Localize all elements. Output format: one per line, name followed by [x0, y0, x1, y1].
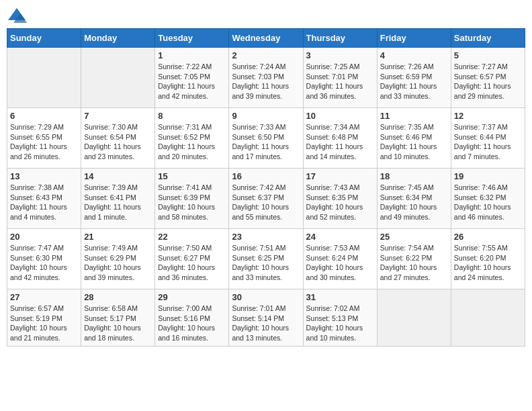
calendar-cell: 17Sunrise: 7:43 AMSunset: 6:35 PMDayligh… [303, 169, 377, 229]
day-info: Sunrise: 7:53 AMSunset: 6:24 PMDaylight:… [306, 243, 374, 283]
day-info: Sunrise: 7:30 AMSunset: 6:54 PMDaylight:… [84, 122, 152, 162]
day-of-week-header: Saturday [451, 29, 525, 48]
day-number: 17 [306, 171, 374, 181]
calendar-cell [451, 289, 525, 347]
day-info: Sunrise: 7:41 AMSunset: 6:39 PMDaylight:… [158, 183, 226, 222]
day-number: 16 [232, 171, 300, 181]
calendar-cell [81, 48, 155, 108]
calendar-cell: 22Sunrise: 7:50 AMSunset: 6:27 PMDayligh… [155, 229, 229, 289]
calendar-table: SundayMondayTuesdayWednesdayThursdayFrid… [7, 28, 525, 347]
calendar-cell: 25Sunrise: 7:54 AMSunset: 6:22 PMDayligh… [377, 229, 451, 289]
day-number: 31 [306, 292, 374, 302]
calendar-cell: 21Sunrise: 7:49 AMSunset: 6:29 PMDayligh… [81, 229, 155, 289]
day-number: 2 [232, 50, 300, 60]
day-number: 24 [306, 232, 374, 242]
day-number: 8 [158, 111, 226, 121]
day-number: 12 [454, 111, 522, 121]
day-number: 20 [10, 232, 78, 242]
calendar-cell: 12Sunrise: 7:37 AMSunset: 6:44 PMDayligh… [451, 108, 525, 169]
day-info: Sunrise: 7:50 AMSunset: 6:27 PMDaylight:… [158, 243, 226, 283]
day-number: 6 [10, 111, 78, 121]
day-info: Sunrise: 7:01 AMSunset: 5:14 PMDaylight:… [232, 304, 300, 343]
calendar-cell: 27Sunrise: 6:57 AMSunset: 5:19 PMDayligh… [7, 289, 81, 347]
calendar-cell: 8Sunrise: 7:31 AMSunset: 6:52 PMDaylight… [155, 108, 229, 169]
day-number: 3 [306, 50, 374, 60]
calendar-cell: 30Sunrise: 7:01 AMSunset: 5:14 PMDayligh… [229, 289, 303, 347]
day-info: Sunrise: 7:34 AMSunset: 6:48 PMDaylight:… [306, 122, 374, 162]
day-number: 14 [84, 171, 152, 181]
day-number: 29 [158, 292, 226, 302]
day-info: Sunrise: 7:45 AMSunset: 6:34 PMDaylight:… [380, 183, 448, 222]
day-number: 7 [84, 111, 152, 121]
day-number: 22 [158, 232, 226, 242]
calendar-cell: 10Sunrise: 7:34 AMSunset: 6:48 PMDayligh… [303, 108, 377, 169]
day-number: 19 [454, 171, 522, 181]
day-number: 5 [454, 50, 522, 60]
calendar-cell: 29Sunrise: 7:00 AMSunset: 5:16 PMDayligh… [155, 289, 229, 347]
day-info: Sunrise: 7:46 AMSunset: 6:32 PMDaylight:… [454, 183, 522, 222]
day-number: 13 [10, 171, 78, 181]
day-number: 27 [10, 292, 78, 302]
day-number: 4 [380, 50, 448, 60]
day-info: Sunrise: 6:57 AMSunset: 5:19 PMDaylight:… [10, 304, 78, 343]
day-number: 18 [380, 171, 448, 181]
day-of-week-header: Thursday [303, 29, 377, 48]
calendar-cell: 2Sunrise: 7:24 AMSunset: 7:03 PMDaylight… [229, 48, 303, 108]
day-info: Sunrise: 7:42 AMSunset: 6:37 PMDaylight:… [232, 183, 300, 222]
calendar-cell: 31Sunrise: 7:02 AMSunset: 5:13 PMDayligh… [303, 289, 377, 347]
day-info: Sunrise: 7:00 AMSunset: 5:16 PMDaylight:… [158, 304, 226, 343]
calendar-cell: 15Sunrise: 7:41 AMSunset: 6:39 PMDayligh… [155, 169, 229, 229]
day-info: Sunrise: 7:54 AMSunset: 6:22 PMDaylight:… [380, 243, 448, 283]
day-number: 21 [84, 232, 152, 242]
day-info: Sunrise: 7:35 AMSunset: 6:46 PMDaylight:… [380, 122, 448, 162]
calendar-cell: 9Sunrise: 7:33 AMSunset: 6:50 PMDaylight… [229, 108, 303, 169]
day-of-week-header: Friday [377, 29, 451, 48]
day-of-week-header: Wednesday [229, 29, 303, 48]
day-number: 1 [158, 50, 226, 60]
calendar-cell: 14Sunrise: 7:39 AMSunset: 6:41 PMDayligh… [81, 169, 155, 229]
day-info: Sunrise: 7:25 AMSunset: 7:01 PMDaylight:… [306, 62, 374, 101]
day-number: 9 [232, 111, 300, 121]
day-info: Sunrise: 7:31 AMSunset: 6:52 PMDaylight:… [158, 122, 226, 162]
day-info: Sunrise: 7:29 AMSunset: 6:55 PMDaylight:… [10, 122, 78, 162]
day-number: 11 [380, 111, 448, 121]
calendar-cell [377, 289, 451, 347]
calendar-cell [7, 48, 81, 108]
day-number: 10 [306, 111, 374, 121]
day-of-week-header: Monday [81, 29, 155, 48]
day-info: Sunrise: 7:38 AMSunset: 6:43 PMDaylight:… [10, 183, 78, 222]
logo [7, 7, 30, 23]
day-of-week-header: Sunday [7, 29, 81, 48]
day-number: 25 [380, 232, 448, 242]
day-number: 28 [84, 292, 152, 302]
calendar-cell: 13Sunrise: 7:38 AMSunset: 6:43 PMDayligh… [7, 169, 81, 229]
day-info: Sunrise: 7:49 AMSunset: 6:29 PMDaylight:… [84, 243, 152, 283]
calendar-cell: 4Sunrise: 7:26 AMSunset: 6:59 PMDaylight… [377, 48, 451, 108]
day-of-week-header: Tuesday [155, 29, 229, 48]
day-number: 15 [158, 171, 226, 181]
day-info: Sunrise: 7:37 AMSunset: 6:44 PMDaylight:… [454, 122, 522, 162]
calendar-cell: 11Sunrise: 7:35 AMSunset: 6:46 PMDayligh… [377, 108, 451, 169]
day-info: Sunrise: 7:22 AMSunset: 7:05 PMDaylight:… [158, 62, 226, 101]
day-info: Sunrise: 7:47 AMSunset: 6:30 PMDaylight:… [10, 243, 78, 283]
calendar-cell: 1Sunrise: 7:22 AMSunset: 7:05 PMDaylight… [155, 48, 229, 108]
day-info: Sunrise: 6:58 AMSunset: 5:17 PMDaylight:… [84, 304, 152, 343]
day-info: Sunrise: 7:55 AMSunset: 6:20 PMDaylight:… [454, 243, 522, 283]
day-info: Sunrise: 7:39 AMSunset: 6:41 PMDaylight:… [84, 183, 152, 222]
calendar-cell: 20Sunrise: 7:47 AMSunset: 6:30 PMDayligh… [7, 229, 81, 289]
day-number: 26 [454, 232, 522, 242]
day-info: Sunrise: 7:27 AMSunset: 6:57 PMDaylight:… [454, 62, 522, 101]
day-info: Sunrise: 7:24 AMSunset: 7:03 PMDaylight:… [232, 62, 300, 101]
day-info: Sunrise: 7:51 AMSunset: 6:25 PMDaylight:… [232, 243, 300, 283]
calendar-cell: 7Sunrise: 7:30 AMSunset: 6:54 PMDaylight… [81, 108, 155, 169]
day-number: 23 [232, 232, 300, 242]
calendar-cell: 26Sunrise: 7:55 AMSunset: 6:20 PMDayligh… [451, 229, 525, 289]
day-number: 30 [232, 292, 300, 302]
calendar-cell: 16Sunrise: 7:42 AMSunset: 6:37 PMDayligh… [229, 169, 303, 229]
calendar-cell: 18Sunrise: 7:45 AMSunset: 6:34 PMDayligh… [377, 169, 451, 229]
calendar-cell: 19Sunrise: 7:46 AMSunset: 6:32 PMDayligh… [451, 169, 525, 229]
day-info: Sunrise: 7:43 AMSunset: 6:35 PMDaylight:… [306, 183, 374, 222]
day-info: Sunrise: 7:02 AMSunset: 5:13 PMDaylight:… [306, 304, 374, 343]
calendar-cell: 28Sunrise: 6:58 AMSunset: 5:17 PMDayligh… [81, 289, 155, 347]
day-info: Sunrise: 7:33 AMSunset: 6:50 PMDaylight:… [232, 122, 300, 162]
